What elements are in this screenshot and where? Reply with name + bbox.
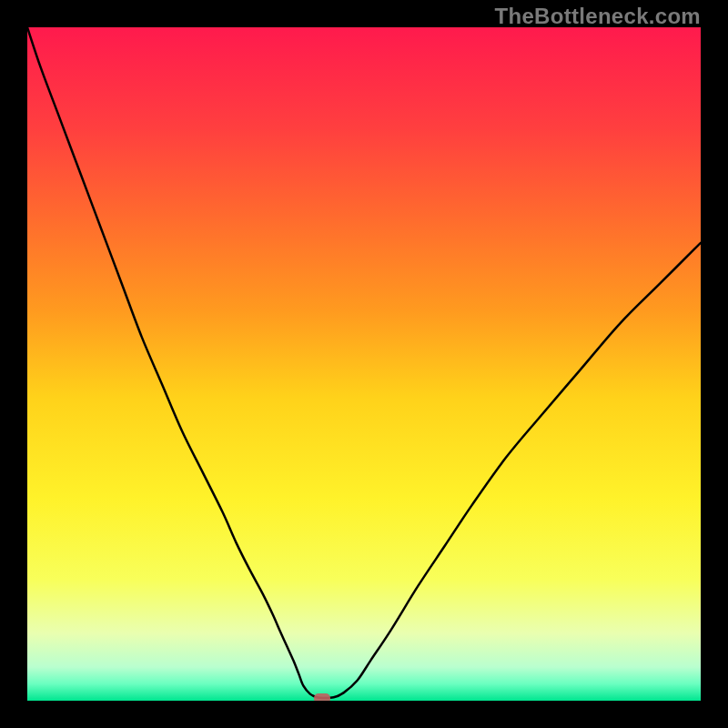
chart-frame: TheBottleneck.com [0, 0, 728, 728]
bottleneck-curve [27, 27, 701, 701]
watermark-text: TheBottleneck.com [495, 4, 701, 29]
optimum-marker [314, 693, 330, 701]
plot-area [27, 27, 701, 701]
